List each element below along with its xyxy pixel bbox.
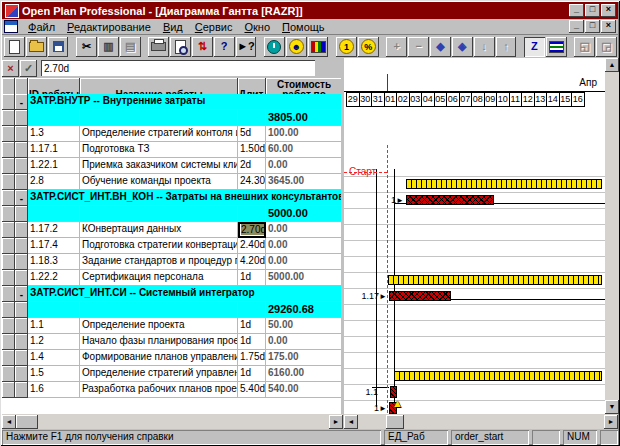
edit-cancel-button[interactable]: × [2,60,19,77]
row-selector[interactable] [2,206,15,222]
row-selector[interactable] [2,334,15,350]
context-help-button[interactable]: ►? [236,37,257,57]
summary-cost-cell[interactable]: 3805.00 [266,110,342,126]
scroll-thumb[interactable] [16,415,38,429]
scroll-left-arrow[interactable]: ◄ [344,415,358,429]
window-tile-button[interactable]: ◲ [596,37,617,57]
task-id-cell[interactable]: 1.22.1 [28,158,80,174]
task-bar-1-3[interactable] [406,195,494,205]
row-selector[interactable] [2,126,15,142]
row-selector[interactable] [2,110,15,126]
summary-empty-cell[interactable] [28,206,80,222]
summary-empty-cell[interactable] [238,302,266,318]
task-name-cell[interactable]: Определение проекта [80,318,238,334]
row-collapse-cell[interactable] [15,366,28,382]
summary-bar-si[interactable] [394,371,602,381]
gantt-v-scrollbar[interactable]: ▲ ▼ [605,58,619,414]
milestone-icon[interactable]: ▲ [392,398,403,409]
task-duration-cell[interactable]: 1d [238,318,266,334]
row-collapse-cell[interactable] [15,158,28,174]
histogram-button[interactable] [308,37,329,57]
add-activity-button[interactable]: + [386,37,407,57]
task-id-cell[interactable]: 1.5 [28,366,80,382]
task-duration-cell[interactable]: 1d [238,270,266,286]
cell-editor-input[interactable] [41,60,315,76]
summary-cost-cell[interactable]: 5000.00 [266,206,342,222]
row-collapse-cell[interactable] [15,318,28,334]
task-cost-cell[interactable]: 0.00 [266,334,342,350]
row-collapse-cell[interactable]: - [15,94,28,110]
summary-empty-cell[interactable] [80,302,238,318]
task-duration-cell[interactable]: 4.20d [238,254,266,270]
scroll-left-arrow[interactable]: ◄ [2,415,16,429]
task-bar-1-17-2[interactable] [389,291,451,301]
group-label-cell[interactable]: ЗАТР.СИСТ_ИНТ.ВН_КОН -- Затраты на внешн… [28,190,342,206]
row-selector[interactable] [2,238,15,254]
task-name-cell[interactable]: Определение стратегий управления р [80,366,238,382]
sort-exchange-button[interactable]: ⇅ [192,37,213,57]
group-label-cell[interactable]: ЗАТР.ВНУТР -- Внутренние затраты [28,94,342,110]
help-button[interactable]: ? [214,37,235,57]
row-selector[interactable] [2,158,15,174]
task-cost-cell[interactable]: 0.00 [266,238,342,254]
task-name-cell[interactable]: Разработка рабочих планов проекта [80,382,238,398]
group-label-cell[interactable]: ЗАТР.СИСТ_ИНТ.СИ -- Системный интегратор [28,286,342,302]
row-selector[interactable] [2,382,15,398]
row-selector[interactable] [2,270,15,286]
cut-button[interactable]: ✂ [76,37,97,57]
zigzag-view-button[interactable]: Z [524,37,545,57]
summary-empty-cell[interactable] [238,110,266,126]
task-name-cell[interactable]: Задание стандартов и процедур по д [80,254,238,270]
menu-item-1[interactable]: Файл [22,20,61,34]
task-duration-cell[interactable]: 5d [238,126,266,142]
row-collapse-cell[interactable] [15,350,28,366]
cost-calculation-button[interactable]: 1 [336,37,357,57]
save-button[interactable] [48,37,69,57]
task-duration-cell[interactable]: 24.30d [238,174,266,190]
row-selector[interactable] [2,190,15,206]
task-cost-cell[interactable]: 0.00 [266,254,342,270]
task-name-cell[interactable]: КОнвертация данных [80,222,238,238]
task-name-cell[interactable]: Подготовка стратегии конвертации [80,238,238,254]
row-selector[interactable] [2,350,15,366]
summary-bar-vnutr[interactable] [406,179,602,189]
task-name-cell[interactable]: Формирование планов управления [80,350,238,366]
task-id-cell[interactable]: 1.1 [28,318,80,334]
row-selector[interactable] [2,302,15,318]
summary-empty-cell[interactable] [28,302,80,318]
row-collapse-cell[interactable] [15,334,28,350]
scroll-down-arrow[interactable]: ▼ [605,400,619,414]
row-selector[interactable] [2,286,15,302]
summary-cost-cell[interactable]: 29260.68 [266,302,342,318]
summary-empty-cell[interactable] [238,206,266,222]
move-down-button[interactable]: ↓ [474,37,495,57]
row-collapse-cell[interactable]: - [15,286,28,302]
task-cost-cell[interactable]: 60.00 [266,142,342,158]
task-duration-cell[interactable]: 2d [238,158,266,174]
row-collapse-cell[interactable] [15,254,28,270]
restore-button[interactable]: □ [585,4,600,17]
print-button[interactable] [148,37,169,57]
task-duration-cell[interactable]: 2.40d [238,238,266,254]
row-collapse-cell[interactable] [15,110,28,126]
summary-empty-cell[interactable] [80,110,238,126]
row-collapse-cell[interactable]: - [15,190,28,206]
row-selector[interactable] [2,94,15,110]
task-name-cell[interactable]: Определение стратегий контоля и отч [80,126,238,142]
scroll-up-arrow[interactable]: ▲ [605,58,619,72]
task-id-cell[interactable]: 1.2 [28,334,80,350]
new-button[interactable] [4,37,25,57]
task-name-cell[interactable]: Обучение команды проекта [80,174,238,190]
scroll-thumb[interactable] [386,415,404,429]
row-collapse-cell[interactable] [15,174,28,190]
row-selector[interactable] [2,222,15,238]
menu-item-3[interactable]: Вид [157,20,189,34]
child-minimize-button[interactable]: _ [569,20,584,33]
move-up-button[interactable]: ↑ [496,37,517,57]
task-cost-cell[interactable]: 5000.00 [266,270,342,286]
row-selector[interactable] [2,318,15,334]
copy-button[interactable]: ▥ [98,37,119,57]
row-collapse-cell[interactable] [15,270,28,286]
edit-accept-button[interactable]: ✓ [20,60,37,77]
row-selector[interactable] [2,366,15,382]
